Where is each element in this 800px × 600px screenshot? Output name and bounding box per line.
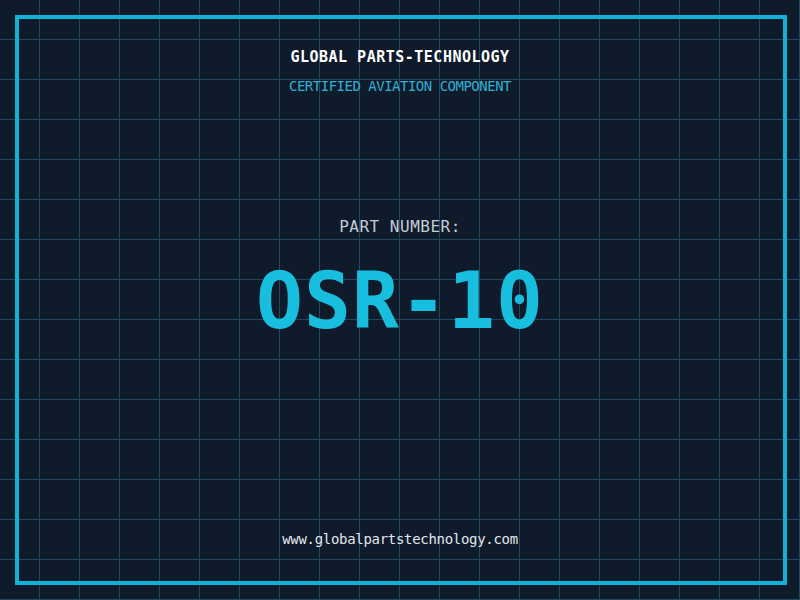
company-name: GLOBAL PARTS-TECHNOLOGY bbox=[0, 49, 800, 65]
website-url: www.globalpartstechnology.com bbox=[0, 532, 800, 547]
part-number-value: OSR-10 bbox=[0, 262, 800, 340]
certification-tagline: CERTIFIED AVIATION COMPONENT bbox=[0, 79, 800, 94]
part-number-label: PART NUMBER: bbox=[0, 219, 800, 235]
